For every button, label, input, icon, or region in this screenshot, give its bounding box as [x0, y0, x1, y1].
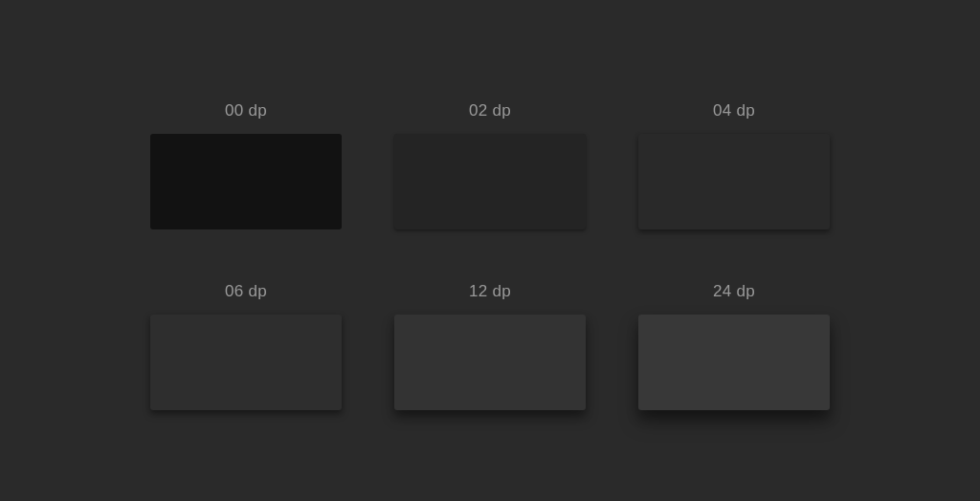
elevation-grid: 00 dp 02 dp 04 dp 06 dp 12 dp 24 dp	[150, 92, 830, 410]
swatch-label: 04 dp	[713, 101, 755, 120]
swatch-04dp: 04 dp	[638, 101, 830, 229]
swatch-06dp: 06 dp	[150, 282, 342, 410]
swatch-label: 12 dp	[469, 282, 511, 301]
swatch-card	[394, 134, 586, 229]
swatch-card	[638, 134, 830, 229]
swatch-label: 06 dp	[225, 282, 267, 301]
swatch-00dp: 00 dp	[150, 101, 342, 229]
swatch-02dp: 02 dp	[394, 101, 586, 229]
swatch-label: 24 dp	[713, 282, 755, 301]
swatch-card	[394, 315, 586, 410]
swatch-12dp: 12 dp	[394, 282, 586, 410]
swatch-card	[638, 315, 830, 410]
swatch-label: 00 dp	[225, 101, 267, 120]
swatch-card	[150, 134, 342, 229]
swatch-card	[150, 315, 342, 410]
swatch-label: 02 dp	[469, 101, 511, 120]
swatch-24dp: 24 dp	[638, 282, 830, 410]
